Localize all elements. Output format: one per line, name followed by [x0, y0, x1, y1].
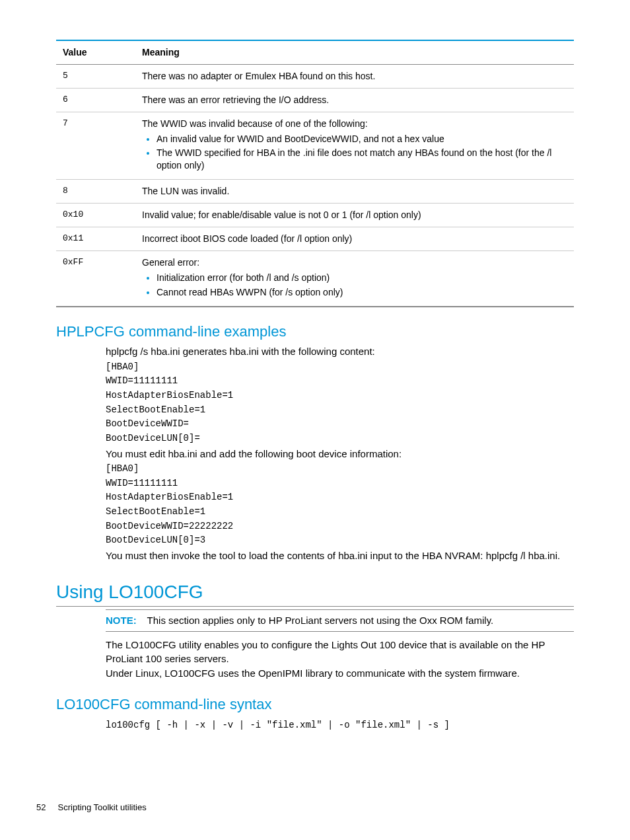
table-row: 7The WWID was invalid because of one of …: [56, 112, 574, 180]
cell-value: 0x10: [56, 204, 135, 227]
cell-bullets: An invalid value for WWID and BootDevice…: [142, 133, 567, 172]
cell-bullets: Initialization error (for both /l and /s…: [142, 272, 567, 299]
cell-value: 0x11: [56, 227, 135, 251]
th-meaning: Meaning: [135, 40, 574, 64]
bullet-item: Cannot read HBAs WWPN (for /s option onl…: [157, 286, 567, 299]
table-row: 6There was an error retrieving the I/O a…: [56, 88, 574, 112]
cell-meaning: There was an error retrieving the I/O ad…: [135, 88, 574, 112]
section-using-lo100cfg: Using LO100CFG: [56, 580, 574, 607]
note-box: NOTE: This section applies only to HP Pr…: [106, 609, 574, 632]
cell-meaning: Invalid value; for enable/disable value …: [135, 204, 574, 227]
table-row: 0xFFGeneral error:Initialization error (…: [56, 250, 574, 306]
code-block-2: [HBA0]WWID=11111111HostAdapterBiosEnable…: [106, 462, 574, 548]
code-block-1: [HBA0]WWID=11111111HostAdapterBiosEnable…: [106, 360, 574, 446]
code-line: [HBA0]: [106, 360, 574, 375]
th-value: Value: [56, 40, 135, 64]
cell-meaning: There was no adapter or Emulex HBA found…: [135, 64, 574, 88]
bullet-item: The WWID specified for HBA in the .ini f…: [157, 147, 567, 172]
cell-meaning: General error:Initialization error (for …: [135, 250, 574, 306]
cell-value: 8: [56, 180, 135, 204]
code-line: BootDeviceWWID=22222222: [106, 519, 574, 534]
note-text: This section applies only to HP ProLiant…: [147, 615, 494, 626]
cell-meaning: The WWID was invalid because of one of t…: [135, 112, 574, 180]
syntax-code: lo100cfg [ -h | -x | -v | -i "file.xml" …: [106, 718, 574, 733]
note-label: NOTE:: [106, 615, 137, 626]
sec1-intro: hplpcfg /s hba.ini generates hba.ini wit…: [106, 345, 574, 358]
cell-value: 6: [56, 88, 135, 112]
section-lo100cfg-syntax: LO100CFG command-line syntax: [56, 695, 574, 714]
cell-value: 7: [56, 112, 135, 180]
sec2-p2: Under Linux, LO100CFG uses the OpenIPMI …: [106, 667, 574, 680]
cell-value: 5: [56, 64, 135, 88]
sec2-p1: The LO100CFG utility enables you to conf…: [106, 638, 574, 666]
code-line: BootDeviceWWID=: [106, 417, 574, 432]
code-line: BootDeviceLUN[0]=: [106, 432, 574, 446]
section-hplpcfg-examples: HPLPCFG command-line examples: [56, 322, 574, 342]
table-row: 0x10Invalid value; for enable/disable va…: [56, 204, 574, 227]
bullet-item: An invalid value for WWID and BootDevice…: [157, 133, 567, 145]
code-line: HostAdapterBiosEnable=1: [106, 490, 574, 505]
sec1-outro: You must then invoke the tool to load th…: [106, 549, 574, 562]
cell-value: 0xFF: [56, 250, 135, 306]
code-line: HostAdapterBiosEnable=1: [106, 389, 574, 403]
cell-meaning: Incorrect iboot BIOS code loaded (for /l…: [135, 227, 574, 251]
code-line: [HBA0]: [106, 462, 574, 477]
bullet-item: Initialization error (for both /l and /s…: [157, 272, 567, 284]
cell-meaning: The LUN was invalid.: [135, 180, 574, 204]
code-line: WWID=11111111: [106, 374, 574, 389]
table-row: 5There was no adapter or Emulex HBA foun…: [56, 64, 574, 88]
code-line: WWID=11111111: [106, 477, 574, 491]
code-line: SelectBootEnable=1: [106, 505, 574, 519]
table-row: 0x11Incorrect iboot BIOS code loaded (fo…: [56, 227, 574, 251]
code-line: BootDeviceLUN[0]=3: [106, 533, 574, 548]
code-line: SelectBootEnable=1: [106, 403, 574, 418]
value-meaning-table: Value Meaning 5There was no adapter or E…: [56, 40, 574, 307]
table-row: 8The LUN was invalid.: [56, 180, 574, 204]
sec1-mid: You must edit hba.ini and add the follow…: [106, 447, 574, 461]
